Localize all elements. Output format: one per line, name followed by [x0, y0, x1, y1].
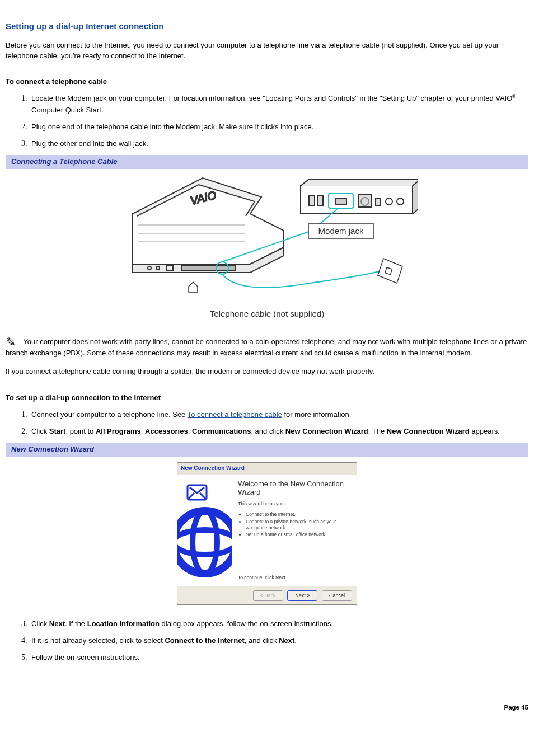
step-1: Locate the Modem jack on your computer. … [29, 93, 528, 116]
link-connect-cable[interactable]: To connect a telephone cable [188, 410, 282, 419]
figure1-caption-bar: Connecting a Telephone Cable [6, 155, 528, 169]
step-3: Plug the other end into the wall jack. [29, 138, 528, 149]
svg-rect-17 [385, 267, 392, 275]
wizard-back-button[interactable]: < Back [253, 590, 283, 601]
note-block-1: ✎ Your computer does not work with party… [6, 337, 528, 359]
wizard-bullets: Connect to the Internet. Connect to a pr… [238, 510, 351, 539]
figure1-caption: Telephone cable (not supplied) [116, 308, 418, 320]
registered-mark: ® [512, 93, 516, 99]
wizard-titlebar: New Connection Wizard [177, 463, 357, 475]
svg-rect-3 [335, 198, 346, 205]
wizard-bullet-3: Set up a home or small office network. [246, 532, 351, 538]
wizard-continue: To continue, click Next. [238, 574, 351, 583]
wizard-cancel-button[interactable]: Cancel [322, 590, 352, 601]
steps-list-2b: Click Next. If the Location Information … [6, 618, 528, 664]
step-2: Plug one end of the telephone cable into… [29, 121, 528, 133]
wizard-bullet-1: Connect to the Internet. [246, 511, 351, 518]
note-text-1: Your computer does not work with party l… [6, 337, 527, 357]
wizard-next-button[interactable]: Next > [287, 590, 317, 601]
modem-jack-label: Modem jack [318, 226, 364, 236]
step2-5: Follow the on-screen instructions. [29, 652, 528, 663]
figure1: VAIO [6, 169, 528, 320]
svg-rect-5 [376, 198, 380, 206]
wizard-window: New Connection Wizard Welcome to the New… [177, 462, 357, 605]
page-title: Setting up a dial-up Internet connection [6, 20, 528, 32]
subheading-setup-dialup: To set up a dial-up connection to the In… [6, 393, 528, 403]
wizard-welcome: Welcome to the New Connection Wizard [238, 480, 351, 497]
subheading-connect-cable: To connect a telephone cable [6, 77, 528, 87]
wizard-sidebar-image [177, 475, 232, 586]
laptop-diagram: VAIO [116, 175, 418, 303]
steps-list-2: Connect your computer to a telephone lin… [6, 409, 528, 438]
figure2-caption-bar: New Connection Wizard [6, 443, 528, 457]
note-icon: ✎ [6, 337, 21, 348]
step2-1: Connect your computer to a telephone lin… [29, 409, 528, 420]
note-text-2: If you connect a telephone cable coming … [6, 367, 528, 377]
wizard-button-row: < Back Next > Cancel [177, 586, 357, 604]
svg-rect-0 [309, 196, 315, 206]
svg-rect-1 [317, 196, 323, 206]
intro-paragraph: Before you can connect to the Internet, … [6, 40, 528, 62]
step2-4: If it is not already selected, click to … [29, 635, 528, 646]
wizard-bullet-2: Connect to a private network, such as yo… [246, 519, 351, 530]
steps-list-1: Locate the Modem jack on your computer. … [6, 93, 528, 149]
step2-3: Click Next. If the Location Information … [29, 618, 528, 630]
page-number: Page 45 [6, 703, 528, 712]
step2-2: Click Start, point to All Programs, Acce… [29, 426, 528, 437]
figure2: New Connection Wizard Welcome to the New… [6, 457, 528, 605]
wizard-helps: This wizard helps you: [238, 500, 351, 507]
